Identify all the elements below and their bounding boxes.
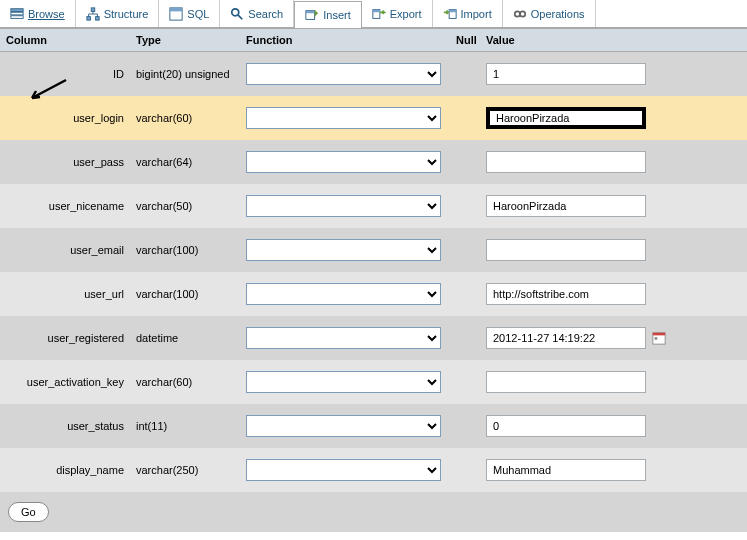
svg-point-17 (520, 11, 525, 16)
tab-search[interactable]: Search (220, 0, 294, 27)
value-input[interactable] (486, 283, 646, 305)
header-column: Column (0, 29, 130, 51)
header-function: Function (240, 29, 450, 51)
column-type: int(11) (136, 420, 246, 432)
header-type: Type (130, 29, 240, 51)
arrow-annotation (20, 78, 68, 108)
value-input[interactable] (486, 459, 646, 481)
tab-label: Search (248, 8, 283, 20)
table-row: user_emailvarchar(100) (0, 228, 747, 272)
tab-label: SQL (187, 8, 209, 20)
import-icon (443, 7, 457, 21)
column-name: display_name (6, 464, 136, 476)
svg-rect-11 (306, 11, 315, 14)
footer: Go (0, 492, 747, 532)
structure-icon (86, 7, 100, 21)
svg-rect-1 (11, 12, 23, 15)
tab-import[interactable]: Import (433, 0, 503, 27)
column-name: user_pass (6, 156, 136, 168)
insert-icon (305, 8, 319, 22)
svg-point-8 (232, 8, 239, 15)
value-input[interactable] (486, 63, 646, 85)
column-name: user_login (6, 112, 136, 124)
table-row: IDbigint(20) unsigned (0, 52, 747, 96)
function-select[interactable] (246, 195, 441, 217)
function-select[interactable] (246, 63, 441, 85)
function-select[interactable] (246, 327, 441, 349)
sql-icon (169, 7, 183, 21)
tab-label: Export (390, 8, 422, 20)
value-input[interactable] (486, 195, 646, 217)
svg-rect-4 (87, 16, 91, 20)
column-type: varchar(100) (136, 244, 246, 256)
table-row: user_urlvarchar(100) (0, 272, 747, 316)
value-input[interactable] (486, 371, 646, 393)
column-type: bigint(20) unsigned (136, 68, 246, 80)
column-name: user_status (6, 420, 136, 432)
browse-icon (10, 7, 24, 21)
export-icon (372, 7, 386, 21)
tab-bar: BrowseStructureSQLSearchInsertExportImpo… (0, 0, 747, 28)
function-select[interactable] (246, 107, 441, 129)
table-row: user_registereddatetime (0, 316, 747, 360)
column-name: user_email (6, 244, 136, 256)
table-header: Column Type Function Null Value (0, 28, 747, 52)
column-type: datetime (136, 332, 246, 344)
column-name: user_registered (6, 332, 136, 344)
table-row: user_loginvarchar(60) (0, 96, 747, 140)
value-input[interactable] (486, 327, 646, 349)
svg-rect-19 (653, 333, 665, 336)
header-value: Value (480, 29, 747, 51)
search-icon (230, 7, 244, 21)
table-body: IDbigint(20) unsigneduser_loginvarchar(6… (0, 52, 747, 492)
function-select[interactable] (246, 415, 441, 437)
table-row: user_activation_keyvarchar(60) (0, 360, 747, 404)
svg-rect-3 (91, 7, 95, 11)
calendar-icon[interactable] (652, 331, 666, 345)
tab-sql[interactable]: SQL (159, 0, 220, 27)
value-input[interactable] (486, 107, 646, 129)
tab-browse[interactable]: Browse (0, 0, 76, 27)
tab-label: Structure (104, 8, 149, 20)
tab-structure[interactable]: Structure (76, 0, 160, 27)
tab-label: Insert (323, 9, 351, 21)
svg-rect-7 (170, 7, 182, 11)
header-null: Null (450, 29, 480, 51)
tab-export[interactable]: Export (362, 0, 433, 27)
table-row: user_passvarchar(64) (0, 140, 747, 184)
column-name: user_nicename (6, 200, 136, 212)
tab-label: Browse (28, 8, 65, 20)
table-row: user_nicenamevarchar(50) (0, 184, 747, 228)
svg-rect-15 (449, 9, 456, 12)
table-row: user_statusint(11) (0, 404, 747, 448)
function-select[interactable] (246, 239, 441, 261)
tab-insert[interactable]: Insert (294, 1, 362, 28)
svg-rect-13 (373, 9, 380, 12)
value-input[interactable] (486, 415, 646, 437)
function-select[interactable] (246, 283, 441, 305)
column-name: user_url (6, 288, 136, 300)
svg-rect-5 (95, 16, 99, 20)
value-input[interactable] (486, 151, 646, 173)
column-type: varchar(60) (136, 376, 246, 388)
tab-label: Operations (531, 8, 585, 20)
svg-line-9 (238, 14, 242, 18)
svg-rect-20 (655, 337, 658, 340)
column-type: varchar(250) (136, 464, 246, 476)
table-row: display_namevarchar(250) (0, 448, 747, 492)
column-type: varchar(100) (136, 288, 246, 300)
operations-icon (513, 7, 527, 21)
column-name: user_activation_key (6, 376, 136, 388)
column-type: varchar(50) (136, 200, 246, 212)
svg-rect-2 (11, 15, 23, 18)
column-type: varchar(60) (136, 112, 246, 124)
go-button[interactable]: Go (8, 502, 49, 522)
value-input[interactable] (486, 239, 646, 261)
column-type: varchar(64) (136, 156, 246, 168)
function-select[interactable] (246, 151, 441, 173)
tab-operations[interactable]: Operations (503, 0, 596, 27)
function-select[interactable] (246, 459, 441, 481)
svg-rect-0 (11, 8, 23, 11)
function-select[interactable] (246, 371, 441, 393)
tab-label: Import (461, 8, 492, 20)
